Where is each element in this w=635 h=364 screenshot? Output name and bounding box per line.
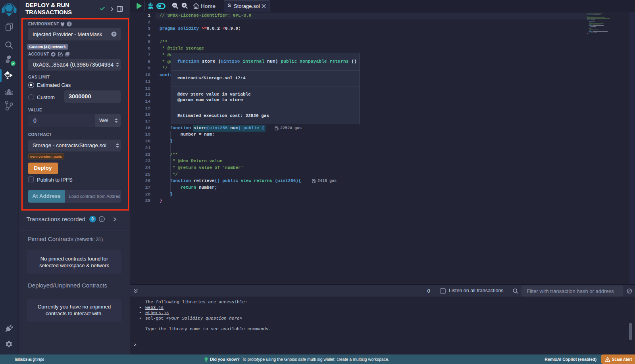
svg-text:i: i [101,217,102,221]
